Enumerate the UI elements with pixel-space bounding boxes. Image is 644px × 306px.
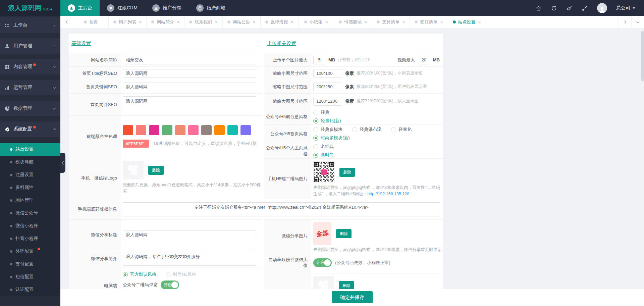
thumb-large-input[interactable]	[313, 97, 342, 106]
radio-option[interactable]: 经典多模块	[313, 126, 351, 133]
color-swatch[interactable]	[201, 125, 212, 135]
auto-avatar-toggle[interactable]: 开启	[313, 258, 332, 267]
sidebar-subitem[interactable]: 外呼配置	[0, 245, 60, 258]
sidebar-subitem[interactable]: 资料属性	[0, 181, 60, 194]
tab-close-icon[interactable]: ×	[402, 19, 405, 25]
color-swatch[interactable]	[123, 125, 133, 135]
radio-option[interactable]: 轻量化	[391, 126, 429, 133]
tab-close-icon[interactable]: ×	[215, 19, 217, 25]
top-nav-main-admin[interactable]: 主后台	[60, 0, 100, 16]
seo-title-input[interactable]	[123, 69, 256, 78]
tab-close-icon[interactable]: ×	[440, 19, 443, 25]
tab-item[interactable]: 首页	[73, 16, 109, 28]
tab-close-icon[interactable]: ×	[325, 19, 328, 25]
sidebar-subitem[interactable]: 抖音小程序	[0, 232, 60, 245]
seo-desc-textarea[interactable]: 浪人源码网	[123, 96, 256, 113]
sidebar-item-users[interactable]: 用户管理	[0, 38, 60, 54]
sidebar-subitem[interactable]: 支付配置	[0, 258, 60, 270]
tab-close-icon[interactable]: ×	[177, 19, 179, 25]
tab-close-icon[interactable]: ×	[364, 19, 367, 25]
tab-item[interactable]: 小纸条×	[299, 16, 334, 28]
seo-keywords-input[interactable]	[123, 83, 256, 91]
color-swatch[interactable]	[175, 125, 185, 135]
qr-popup-toggle[interactable]: 开启	[161, 280, 179, 289]
tab-item[interactable]: 支付清单×	[372, 16, 410, 28]
radio-icon	[313, 153, 318, 158]
tab-item[interactable]: 用户列表×	[109, 16, 147, 28]
share-image-row: 微信分享图片 金媒 删除 先删除后更换，png/gif/jpg格式 ，200*2…	[264, 220, 443, 252]
color-swatch[interactable]	[240, 125, 251, 135]
share-title-input[interactable]	[123, 231, 256, 239]
home-icon[interactable]	[535, 5, 542, 11]
sidebar-subitem-active[interactable]: 站点设置	[0, 143, 60, 156]
color-swatch[interactable]	[188, 125, 199, 135]
thumb-medium-input[interactable]	[313, 83, 342, 91]
sidebar-item-workbench[interactable]: 工作台	[0, 17, 60, 33]
sidebar-subitem[interactable]: 微信公众号	[0, 207, 60, 219]
tab-item[interactable]: 联系我们×	[184, 16, 222, 28]
sidebar-subitem[interactable]: 模块导航	[0, 156, 60, 168]
color-swatch[interactable]	[227, 125, 238, 135]
sidebar-subitem[interactable]: 认证配置	[0, 283, 60, 296]
radio-option-selected[interactable]: 新时尚	[313, 152, 379, 158]
sidebar-item-settings[interactable]: 系统配置	[0, 121, 60, 137]
avatar[interactable]	[597, 3, 607, 13]
tab-close-icon[interactable]: ×	[253, 19, 256, 25]
tab-close-icon[interactable]: ×	[291, 19, 293, 25]
radio-option-selected[interactable]: 官方默认风格	[123, 271, 156, 277]
save-button[interactable]: 确定并保存	[332, 291, 373, 303]
video-max-input[interactable]	[418, 56, 430, 64]
site-name-input[interactable]	[123, 56, 256, 64]
delete-share-image-button[interactable]: 删除	[336, 229, 352, 238]
tab-item[interactable]: 爱豆清单×	[410, 16, 448, 28]
delete-mobile-logo-button[interactable]: 删除	[148, 166, 164, 175]
tabs-menu-button[interactable]	[631, 16, 644, 28]
sidebar-subitem[interactable]: 地区管理	[0, 194, 60, 207]
radio-option-selected[interactable]: 时尚多模块(新)	[313, 135, 351, 141]
color-swatch[interactable]	[162, 125, 172, 135]
basic-settings-title[interactable]: 基础设置	[71, 40, 91, 47]
sidebar-subitem[interactable]: 短信配置	[0, 270, 60, 283]
sidebar-item-operation[interactable]: 运营管理	[0, 80, 60, 95]
radio-option-selected[interactable]: 轻量化(新)	[313, 118, 379, 124]
tab-item[interactable]: 网站公告×	[223, 16, 261, 28]
copyright-textarea[interactable]: 专注于征婚交友婚介服务<br><a href="http://www.zeai.…	[123, 202, 440, 216]
theme-color-value[interactable]: #FF6F6F	[123, 140, 149, 148]
delete-qrcode-button[interactable]: 删除	[339, 168, 355, 177]
share-desc-textarea[interactable]: 浪人源码网，专注于征婚交友婚介服务	[123, 252, 256, 266]
thumb-large-hint: 推荐720*720(宽*高)，放大显示图	[357, 98, 419, 104]
fullscreen-icon[interactable]	[582, 5, 588, 11]
account-menu[interactable]: 总公司	[616, 5, 635, 11]
tabs-scroll-left-button[interactable]	[60, 16, 73, 28]
tab-item[interactable]: 网站简介×	[147, 16, 184, 28]
top-nav-promotion[interactable]: 推广分销	[145, 0, 189, 16]
tab-item[interactable]: 反弹海报×	[261, 16, 299, 28]
tab-close-icon[interactable]: ×	[139, 19, 142, 25]
top-nav-mall[interactable]: 婚恋商城	[189, 0, 233, 16]
tab-active[interactable]: 站点设置×	[448, 16, 486, 28]
radio-option[interactable]: 老经典	[313, 144, 379, 150]
page-scrollbar[interactable]	[641, 31, 644, 81]
top-nav-crm[interactable]: 红娘CRM	[100, 0, 145, 16]
max-image-input[interactable]	[313, 56, 325, 64]
sidebar-subitem[interactable]: 注册设置	[0, 168, 60, 181]
color-swatch[interactable]	[214, 125, 225, 135]
sidebar-subitem-label: 支付配置	[15, 261, 34, 267]
thumb-small-input[interactable]	[313, 69, 342, 78]
tabs-scroll-right-button[interactable]	[619, 16, 631, 28]
radio-option[interactable]: 经典瀑布流	[352, 126, 390, 133]
color-swatch[interactable]	[149, 125, 159, 135]
tab-close-icon[interactable]: ×	[478, 19, 481, 25]
sidebar-collapse-handle[interactable]	[60, 153, 65, 173]
radio-option[interactable]: 经典	[313, 109, 379, 115]
sidebar-subitem[interactable]: 微信小程序	[0, 219, 60, 232]
sidebar-item-data[interactable]: 数据管理	[0, 101, 60, 116]
sidebar-item-content[interactable]: 内容管理	[0, 59, 60, 74]
upload-settings-title[interactable]: 上传相关设置	[267, 40, 296, 47]
tab-item[interactable]: 情感测试×	[334, 16, 372, 28]
qrcode-url-link[interactable]: http://192.168.135.128	[367, 192, 409, 196]
radio-option[interactable]: 时尚H5风格	[166, 271, 196, 277]
clean-cache-icon[interactable]	[566, 5, 573, 11]
refresh-icon[interactable]	[551, 5, 557, 11]
color-swatch[interactable]	[136, 125, 146, 135]
